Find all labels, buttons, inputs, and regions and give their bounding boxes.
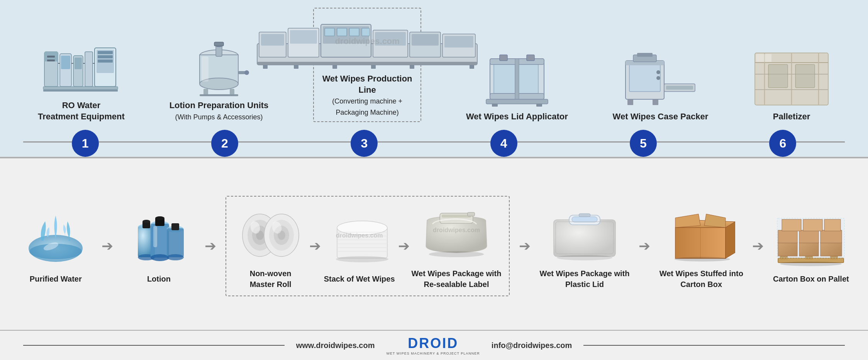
equipment-production-line: droidwipes.com — [313, 8, 421, 122]
footer-line-right — [583, 345, 845, 346]
svg-rect-85 — [768, 65, 788, 88]
lid-applicator-label: Wet Wipes Lid Applicator — [466, 111, 568, 122]
step-4-circle: 4 — [490, 130, 517, 157]
step-1-circle: 1 — [72, 130, 99, 157]
svg-rect-65 — [492, 104, 498, 107]
palletizer-label: Palletizer — [773, 111, 810, 122]
arrow-6: ➔ — [639, 238, 650, 254]
package-lid-label: Wet Wipes Package with Plastic Lid — [540, 268, 630, 290]
svg-rect-8 — [85, 52, 93, 87]
package-resealable-label: Wet Wipes Package with Re-sealable Label — [412, 268, 502, 290]
svg-rect-61 — [515, 59, 519, 99]
equipment-lid-applicator: Wet Wipes Lid Applicator — [466, 50, 568, 122]
products-section: Purified Water ➔ — [0, 158, 868, 330]
svg-rect-68 — [629, 65, 660, 92]
lotion-product-label: Lotion — [147, 273, 171, 284]
arrow-5: ➔ — [519, 238, 531, 254]
svg-rect-129 — [554, 220, 615, 256]
svg-rect-42 — [362, 28, 370, 36]
svg-point-124 — [336, 256, 388, 262]
arrow-3: ➔ — [309, 238, 321, 254]
stack-wet-wipes-label: Stack of Wet Wipes — [324, 273, 395, 284]
svg-rect-58 — [517, 63, 538, 93]
product-carton-box: Wet Wipes Stuffed into Carton Box — [659, 202, 743, 290]
lotion-prep-label: Lotion Preparation Units (With Pumps & A… — [170, 100, 269, 122]
svg-rect-75 — [637, 53, 653, 57]
footer-email: info@droidwipes.com — [492, 341, 572, 350]
footer-line-left — [23, 345, 285, 346]
production-line-label: Wet Wipes Production Line (Converting ma… — [322, 73, 413, 117]
svg-point-128 — [429, 251, 484, 257]
svg-rect-55 — [470, 65, 474, 69]
production-line-image: droidwipes.com — [255, 12, 479, 70]
svg-rect-36 — [290, 30, 317, 44]
svg-rect-101 — [153, 226, 157, 247]
arrow-1: ➔ — [102, 238, 113, 254]
products-row: Purified Water ➔ — [15, 166, 853, 326]
package-resealable-image: droidwipes.com — [420, 202, 493, 264]
dashed-product-group: Non-woven Master Roll ➔ droidwipes.com — [225, 196, 510, 296]
svg-rect-11 — [98, 51, 113, 54]
lid-applicator-image — [478, 50, 556, 108]
case-packer-label: Wet Wipes Case Packer — [613, 111, 709, 122]
arrow-2: ➔ — [205, 238, 216, 254]
svg-rect-50 — [263, 65, 268, 69]
pallet-box-label: Carton Box on Pallet — [773, 273, 849, 284]
stack-wet-wipes-image: droidwipes.com — [323, 208, 396, 270]
svg-rect-53 — [371, 65, 376, 69]
svg-point-77 — [656, 76, 660, 80]
svg-rect-86 — [795, 65, 815, 88]
svg-point-152 — [780, 262, 842, 266]
svg-rect-103 — [167, 228, 184, 257]
carton-box-label: Wet Wipes Stuffed into Carton Box — [659, 268, 743, 290]
arrow-7: ➔ — [752, 238, 764, 254]
svg-rect-7 — [75, 58, 82, 69]
svg-rect-105 — [171, 223, 179, 230]
svg-rect-13 — [98, 59, 113, 63]
svg-rect-63 — [527, 55, 534, 61]
svg-rect-3 — [47, 59, 55, 61]
svg-rect-12 — [98, 55, 113, 58]
svg-rect-64 — [486, 99, 548, 104]
product-nonwoven-roll: Non-woven Master Roll — [234, 202, 307, 290]
svg-rect-72 — [627, 99, 633, 105]
equipment-row: RO Water Treatment Equipment — [0, 0, 868, 126]
nonwoven-roll-image — [234, 202, 307, 264]
svg-rect-40 — [337, 28, 347, 36]
footer-website: www.droidwipes.com — [296, 341, 375, 350]
purified-water-label: Purified Water — [30, 273, 82, 284]
svg-rect-46 — [412, 34, 439, 46]
svg-rect-23 — [202, 56, 209, 82]
svg-point-137 — [675, 257, 730, 262]
svg-rect-44 — [375, 32, 406, 46]
svg-rect-126 — [442, 215, 471, 218]
ro-water-image — [42, 39, 120, 97]
step-3-circle: 3 — [351, 130, 378, 157]
svg-rect-51 — [294, 65, 298, 69]
svg-rect-29 — [200, 94, 238, 96]
lotion-image-product — [122, 208, 195, 270]
nonwoven-roll-label: Non-woven Master Roll — [250, 268, 292, 290]
svg-rect-5 — [61, 56, 70, 69]
package-lid-image — [548, 202, 621, 264]
product-purified-water: Purified Water — [19, 208, 92, 284]
svg-rect-62 — [500, 55, 507, 61]
svg-rect-127 — [468, 212, 475, 216]
svg-rect-54 — [410, 65, 414, 69]
svg-rect-71 — [666, 86, 693, 90]
equipment-case-packer: Wet Wipes Case Packer — [613, 50, 709, 122]
svg-rect-131 — [572, 217, 597, 222]
product-package-resealable: droidwipes.com — [412, 202, 502, 290]
svg-rect-52 — [332, 65, 337, 69]
ro-water-label: RO Water Treatment Equipment — [38, 100, 125, 122]
svg-rect-49 — [257, 62, 477, 65]
equipment-lotion: Lotion Preparation Units (With Pumps & A… — [170, 39, 269, 122]
svg-point-98 — [151, 254, 169, 261]
product-package-lid: Wet Wipes Package with Plastic Lid — [540, 202, 630, 290]
svg-rect-26 — [214, 42, 224, 46]
footer: www.droidwipes.com DROID WET WIPES MACHI… — [0, 330, 868, 360]
svg-rect-18 — [43, 87, 118, 90]
footer-logo-text: DROID — [408, 335, 458, 352]
product-lotion: Lotion — [122, 208, 195, 284]
svg-rect-19 — [43, 90, 118, 92]
